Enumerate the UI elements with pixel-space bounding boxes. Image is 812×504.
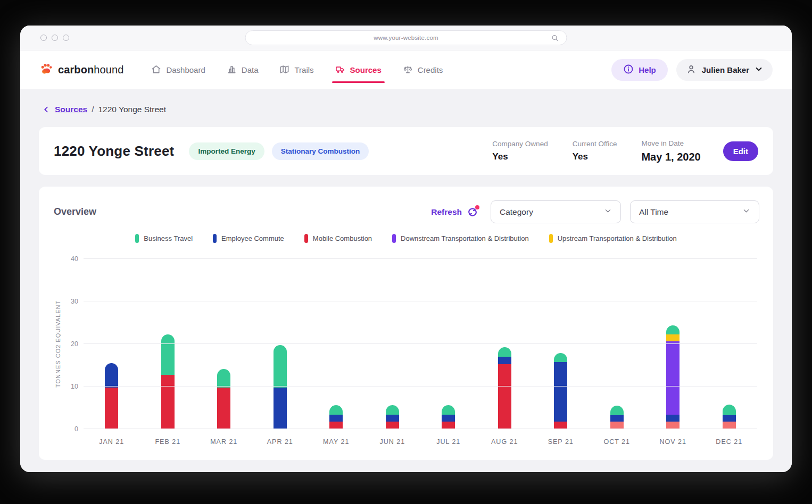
nav-item-label: Dashboard — [166, 65, 205, 74]
browser-chrome: www.your-website.com — [20, 26, 792, 51]
chevron-left-icon[interactable] — [42, 105, 51, 114]
refresh-label: Refresh — [431, 207, 462, 217]
window-control-dot[interactable] — [40, 35, 47, 41]
info-icon — [623, 64, 634, 76]
bar-segment — [217, 388, 230, 429]
legend-item[interactable]: Mobile Combustion — [304, 234, 372, 243]
badge-imported-energy: Imported Energy — [189, 142, 264, 160]
chart-bar-may-21[interactable] — [329, 405, 343, 429]
category-select[interactable]: Category — [491, 200, 621, 223]
legend-label: Mobile Combustion — [313, 234, 372, 242]
bar-column — [196, 259, 252, 429]
chart-bar-dec-21[interactable] — [723, 405, 736, 429]
x-tick-label: AUG 21 — [477, 438, 533, 446]
chart-controls: Refresh Category — [431, 200, 759, 223]
url-bar[interactable]: www.your-website.com — [245, 30, 567, 45]
nav-item-data[interactable]: Data — [227, 51, 259, 89]
x-tick-label: NOV 21 — [645, 438, 701, 446]
bar-column — [252, 259, 309, 429]
bar-segment — [554, 422, 567, 429]
edit-button[interactable]: Edit — [723, 141, 758, 161]
user-menu[interactable]: Julien Baker — [676, 59, 773, 81]
chart-bar-feb-21[interactable] — [161, 334, 175, 429]
stat-label: Move in Date — [641, 139, 700, 147]
nav-right: Help Julien Baker — [611, 59, 773, 81]
time-range-select[interactable]: All Time — [630, 200, 759, 223]
bar-segment — [161, 334, 175, 375]
brand-name: carbonhound — [58, 64, 123, 76]
window-control-dot[interactable] — [52, 35, 58, 41]
legend-swatch — [213, 234, 217, 243]
window-control-dot[interactable] — [63, 35, 69, 41]
bar-segment — [386, 415, 399, 422]
bar-column — [701, 259, 758, 429]
x-tick-label: MAR 21 — [196, 438, 252, 446]
chart-bar-aug-21[interactable] — [498, 347, 511, 429]
truck-icon — [335, 64, 345, 76]
y-tick-label: 30 — [61, 298, 78, 305]
chart-bar-nov-21[interactable] — [666, 325, 680, 429]
legend-label: Upstream Transportation & Distribution — [558, 234, 677, 242]
window-controls[interactable] — [40, 35, 69, 41]
chart-bar-jan-21[interactable] — [105, 363, 118, 429]
chevron-down-icon — [755, 65, 763, 75]
chevron-down-icon — [604, 207, 612, 217]
legend-label: Employee Commute — [221, 234, 284, 242]
nav-item-sources[interactable]: Sources — [335, 51, 382, 89]
url-text: www.your-website.com — [374, 35, 438, 41]
bar-column — [140, 259, 196, 429]
refresh-button[interactable]: Refresh — [431, 206, 478, 218]
bar-column — [420, 259, 477, 429]
nav-items: Dashboard Data Trails Sources Credits — [151, 51, 443, 89]
bar-segment — [666, 422, 680, 429]
legend-item[interactable]: Downstream Transportation & Distribution — [392, 234, 529, 243]
breadcrumb-separator: / — [92, 105, 94, 114]
chart-bar-oct-21[interactable] — [610, 406, 624, 429]
nav-item-label: Trails — [294, 65, 313, 74]
app-navbar: carbonhound Dashboard Data Trails Source… — [20, 51, 792, 90]
bar-segment — [610, 406, 624, 415]
breadcrumb-sources-link[interactable]: Sources — [55, 105, 87, 114]
brand-name-light: hound — [94, 64, 123, 75]
y-axis-label: TONNES CO2 EQUIVALENT — [55, 259, 61, 429]
bar-segment — [386, 422, 399, 429]
legend-label: Business Travel — [144, 234, 193, 242]
bar-segment — [610, 415, 624, 422]
bar-segment — [329, 422, 343, 429]
legend-item[interactable]: Business Travel — [135, 234, 193, 243]
page-title: 1220 Yonge Street — [54, 143, 174, 159]
bars-container — [84, 259, 757, 429]
stat-label: Company Owned — [492, 140, 548, 148]
legend-item[interactable]: Employee Commute — [213, 234, 284, 243]
bar-column — [84, 259, 140, 429]
page-content: Sources / 1220 Yonge Street 1220 Yonge S… — [20, 90, 792, 472]
legend-item[interactable]: Upstream Transportation & Distribution — [549, 234, 677, 243]
map-icon — [279, 64, 289, 76]
nav-item-trails[interactable]: Trails — [279, 51, 313, 89]
nav-item-dashboard[interactable]: Dashboard — [151, 51, 205, 89]
x-tick-label: SEP 21 — [533, 438, 589, 446]
chart-bar-jul-21[interactable] — [442, 405, 455, 429]
chart-bar-mar-21[interactable] — [217, 369, 230, 429]
help-label: Help — [639, 65, 656, 74]
x-tick-label: MAY 21 — [308, 438, 364, 446]
bar-segment — [329, 405, 343, 415]
chart-bar-sep-21[interactable] — [554, 353, 567, 429]
chart-bar-apr-21[interactable] — [274, 345, 287, 429]
search-icon[interactable] — [551, 34, 559, 43]
chart-bar-jun-21[interactable] — [386, 405, 399, 429]
browser-window: www.your-website.com — [20, 26, 792, 472]
bar-segment — [498, 364, 511, 429]
emissions-chart: TONNES CO2 EQUIVALENT 010203040 JAN 21FE… — [53, 259, 759, 446]
chevron-down-icon — [742, 207, 750, 217]
nav-item-credits[interactable]: Credits — [403, 51, 443, 89]
y-tick-label: 10 — [61, 383, 78, 390]
brand-logo[interactable]: carbonhound — [39, 62, 123, 78]
help-button[interactable]: Help — [611, 59, 668, 81]
legend-swatch — [549, 234, 553, 243]
legend-swatch — [392, 234, 396, 243]
user-name: Julien Baker — [702, 65, 749, 74]
home-icon — [151, 64, 161, 76]
bar-column — [477, 259, 533, 429]
plot-area: 010203040 — [84, 259, 757, 429]
